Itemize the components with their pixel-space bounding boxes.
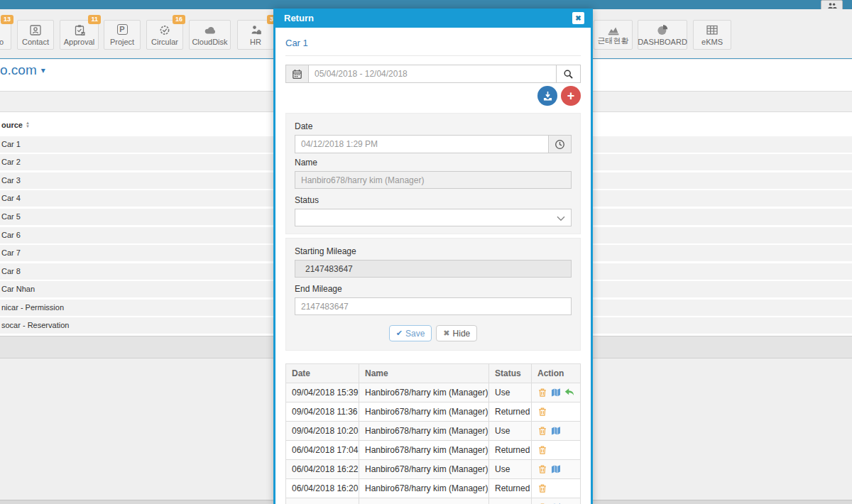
cloud-icon <box>190 24 230 36</box>
toolbar-item-label: o <box>0 38 11 46</box>
close-icon[interactable]: ✖ <box>572 12 584 24</box>
cell-date: 09/04/2018 15:39 <box>286 383 359 402</box>
hide-button[interactable]: ✖ Hide <box>436 325 477 341</box>
hide-label: Hide <box>453 329 471 339</box>
badge-count: 16 <box>173 15 185 24</box>
trash-icon[interactable] <box>537 388 547 398</box>
trash-icon[interactable] <box>537 426 547 436</box>
map-icon[interactable] <box>551 388 561 398</box>
col-header-status[interactable]: Status <box>489 364 532 383</box>
gear-check-icon <box>147 24 182 36</box>
clipboard-check-icon <box>60 24 98 36</box>
toolbar-item-label: Project <box>110 38 134 46</box>
cell-date: 09/04/2018 10:20 <box>286 422 359 441</box>
datetime-group <box>295 135 572 153</box>
cell-name: Hanbiro678/harry kim (Manager) <box>359 402 489 422</box>
resource-link[interactable]: Car 1 <box>285 38 581 48</box>
cell-date: 06/04/2018 15:46 <box>286 498 359 504</box>
modal-title: Return <box>284 13 314 23</box>
download-button[interactable] <box>537 86 557 106</box>
grid-icon <box>694 24 731 36</box>
cell-date: 09/04/2018 11:36 <box>286 402 359 422</box>
cell-status: Use <box>489 460 532 479</box>
cell-name: Hanbiro678/harry kim (Manager) <box>359 498 489 504</box>
trash-icon[interactable] <box>537 483 547 493</box>
caret-down-icon: ▾ <box>41 65 45 75</box>
return-arrow-icon[interactable] <box>564 388 574 398</box>
chevron-down-icon <box>557 212 565 224</box>
modal-body: Car 1 + Date Name Status Starting Mi <box>275 28 591 504</box>
trash-icon[interactable] <box>537 407 547 417</box>
trash-icon[interactable] <box>537 445 547 455</box>
save-button[interactable]: ✔ Save <box>389 325 432 341</box>
end-mileage-input[interactable] <box>295 297 572 315</box>
add-button[interactable]: + <box>561 86 581 106</box>
cell-status: Returned <box>489 479 532 498</box>
name-label: Name <box>295 158 572 168</box>
return-form-panel: Date Name Status <box>285 113 581 234</box>
project-p-icon: P <box>104 24 140 35</box>
modal-header: Return ✖ <box>275 9 591 28</box>
save-label: Save <box>405 329 425 339</box>
cell-status: Use <box>489 383 532 402</box>
map-icon[interactable] <box>551 464 561 474</box>
date-range-input[interactable] <box>308 65 557 83</box>
table-row: 09/04/2018 10:20 Hanbiro678/harry kim (M… <box>286 422 581 441</box>
users-icon <box>827 2 837 9</box>
cell-date: 06/04/2018 17:04 <box>286 441 359 460</box>
cell-name: Hanbiro678/harry kim (Manager) <box>359 460 489 479</box>
resource-column-header[interactable]: ource ▲▼ <box>1 121 30 129</box>
cell-status: Returned <box>489 402 532 422</box>
cell-date: 06/04/2018 16:22 <box>286 460 359 479</box>
mileage-panel: Starting Mileage End Mileage ✔ Save ✖ Hi… <box>285 238 581 351</box>
resource-header-label: ource <box>1 121 23 129</box>
domain-selector[interactable]: o.com ▾ <box>0 62 45 78</box>
map-icon[interactable] <box>551 426 561 436</box>
date-range-group <box>285 65 581 83</box>
clock-icon[interactable] <box>549 135 572 153</box>
domain-label: o.com <box>0 62 37 78</box>
person-briefcase-icon <box>238 24 273 36</box>
toolbar-item-label: Circular <box>151 38 178 46</box>
divider <box>285 55 581 56</box>
return-modal: Return ✖ Car 1 + Date Name Status <box>273 9 593 504</box>
calendar-icon[interactable] <box>285 65 308 83</box>
form-buttons-row: ✔ Save ✖ Hide <box>295 325 572 343</box>
datetime-input[interactable] <box>295 135 549 153</box>
toolbar-item-dashboard[interactable]: DASHBOARD <box>638 20 687 50</box>
trash-icon[interactable] <box>537 464 547 474</box>
sort-icon: ▲▼ <box>26 121 30 128</box>
toolbar-item-ekms[interactable]: eKMS <box>693 20 731 50</box>
action-buttons-row: + <box>285 86 581 106</box>
search-button[interactable] <box>557 65 581 83</box>
toolbar-item-attendance[interactable]: 근태현황 <box>594 20 633 50</box>
toolbar-item-circular[interactable]: 16 Circular <box>146 20 183 50</box>
toolbar-item-memo[interactable]: 13 o <box>0 20 11 50</box>
toolbar-item-label: 근태현황 <box>598 35 629 46</box>
toolbar-item-label: DASHBOARD <box>638 38 687 46</box>
contact-card-icon <box>18 24 53 36</box>
col-header-date[interactable]: Date <box>286 364 359 383</box>
toolbar-item-label: CloudDisk <box>192 38 227 46</box>
toolbar-item-project[interactable]: P Project <box>104 20 141 50</box>
toolbar-item-contact[interactable]: Contact <box>17 20 54 50</box>
starting-mileage-label: Starting Mileage <box>295 246 572 256</box>
history-table: Date Name Status Action 09/04/2018 15:39… <box>285 363 581 504</box>
table-row: 06/04/2018 16:22 Hanbiro678/harry kim (M… <box>286 460 581 479</box>
date-label: Date <box>295 121 572 131</box>
cell-name: Hanbiro678/harry kim (Manager) <box>359 422 489 441</box>
toolbar-item-clouddisk[interactable]: CloudDisk <box>189 20 231 50</box>
table-header-row: Date Name Status Action <box>286 364 581 383</box>
badge-count: 11 <box>88 15 101 24</box>
table-row: 09/04/2018 15:39 Hanbiro678/harry kim (M… <box>286 383 581 402</box>
pie-chart-icon <box>638 24 687 36</box>
toolbar-item-approval[interactable]: 11 Approval <box>60 20 99 50</box>
cell-status: Use <box>489 498 532 504</box>
status-label: Status <box>295 195 572 205</box>
col-header-name[interactable]: Name <box>359 364 489 383</box>
toolbar-item-hr[interactable]: 3 HR <box>237 20 274 50</box>
area-chart-icon <box>594 24 632 36</box>
end-mileage-label: End Mileage <box>295 284 572 294</box>
starting-mileage-input <box>295 260 572 278</box>
status-select[interactable] <box>295 209 572 226</box>
